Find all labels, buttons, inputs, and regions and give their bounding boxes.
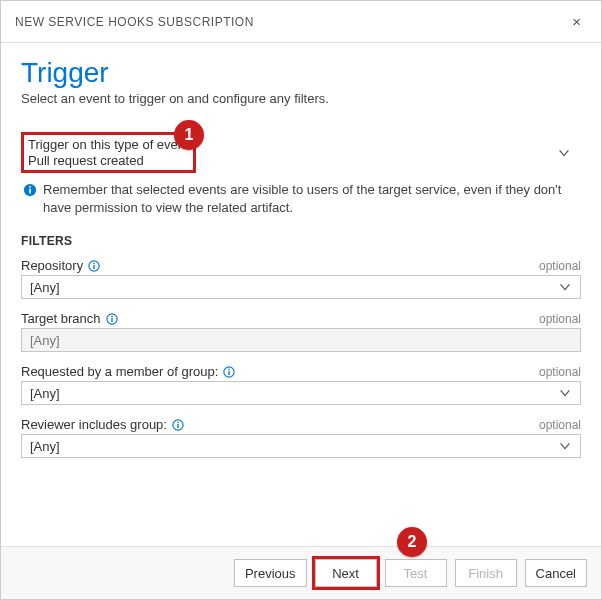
filter-repository: Repository optional [Any] <box>21 258 581 299</box>
filter-repository-select[interactable]: [Any] <box>21 275 581 299</box>
info-text: Remember that selected events are visibl… <box>43 181 579 216</box>
svg-rect-10 <box>229 371 230 375</box>
filter-target-branch-select: [Any] <box>21 328 581 352</box>
test-button: Test <box>385 559 447 587</box>
filter-label: Requested by a member of group: <box>21 364 218 379</box>
filters-heading: FILTERS <box>21 234 581 248</box>
optional-label: optional <box>539 365 581 379</box>
chevron-down-icon <box>558 439 572 453</box>
help-icon[interactable] <box>223 366 235 378</box>
svg-rect-1 <box>29 189 31 194</box>
filter-requested-by-group: Requested by a member of group: optional… <box>21 364 581 405</box>
next-button[interactable]: Next <box>315 559 377 587</box>
page-subtitle: Select an event to trigger on and config… <box>21 91 581 106</box>
filter-requested-by-group-select[interactable]: [Any] <box>21 381 581 405</box>
select-value: [Any] <box>30 439 60 454</box>
svg-rect-13 <box>177 424 178 428</box>
trigger-event-value: Pull request created <box>28 153 144 168</box>
trigger-event-label: Trigger on this type of event <box>28 137 189 152</box>
svg-rect-14 <box>177 421 178 422</box>
select-value: [Any] <box>30 333 60 348</box>
svg-rect-2 <box>29 186 31 188</box>
svg-rect-5 <box>93 262 94 263</box>
select-value: [Any] <box>30 386 60 401</box>
chevron-down-icon <box>558 280 572 294</box>
filter-label: Target branch <box>21 311 101 326</box>
chevron-down-icon <box>557 146 571 160</box>
close-button[interactable]: × <box>566 11 587 32</box>
optional-label: optional <box>539 259 581 273</box>
filter-label: Repository <box>21 258 83 273</box>
optional-label: optional <box>539 312 581 326</box>
info-message: Remember that selected events are visibl… <box>23 181 579 216</box>
dialog-body: Trigger Select an event to trigger on an… <box>1 43 601 546</box>
chevron-down-icon <box>558 386 572 400</box>
dialog-title: NEW SERVICE HOOKS SUBSCRIPTION <box>15 15 254 29</box>
dialog-footer: Previous Next Test Finish Cancel <box>1 546 601 599</box>
svg-rect-8 <box>111 315 112 316</box>
trigger-event-highlight: Trigger on this type of event Pull reque… <box>21 132 196 173</box>
optional-label: optional <box>539 418 581 432</box>
cancel-button[interactable]: Cancel <box>525 559 587 587</box>
previous-button[interactable]: Previous <box>234 559 307 587</box>
callout-badge-1: 1 <box>174 120 204 150</box>
dialog-header: NEW SERVICE HOOKS SUBSCRIPTION × <box>1 1 601 43</box>
trigger-event-select[interactable] <box>196 132 581 173</box>
trigger-event-row: Trigger on this type of event Pull reque… <box>21 132 581 173</box>
filter-reviewer-group-select[interactable]: [Any] <box>21 434 581 458</box>
page-title: Trigger <box>21 57 581 89</box>
finish-button: Finish <box>455 559 517 587</box>
filter-label: Reviewer includes group: <box>21 417 167 432</box>
info-icon <box>23 183 37 197</box>
svg-rect-11 <box>229 368 230 369</box>
help-icon[interactable] <box>172 419 184 431</box>
help-icon[interactable] <box>106 313 118 325</box>
filter-target-branch: Target branch optional [Any] <box>21 311 581 352</box>
close-icon: × <box>572 13 581 30</box>
callout-badge-2: 2 <box>397 527 427 557</box>
svg-rect-4 <box>93 265 94 269</box>
help-icon[interactable] <box>88 260 100 272</box>
select-value: [Any] <box>30 280 60 295</box>
filter-reviewer-group: Reviewer includes group: optional [Any] <box>21 417 581 458</box>
svg-rect-7 <box>111 318 112 322</box>
